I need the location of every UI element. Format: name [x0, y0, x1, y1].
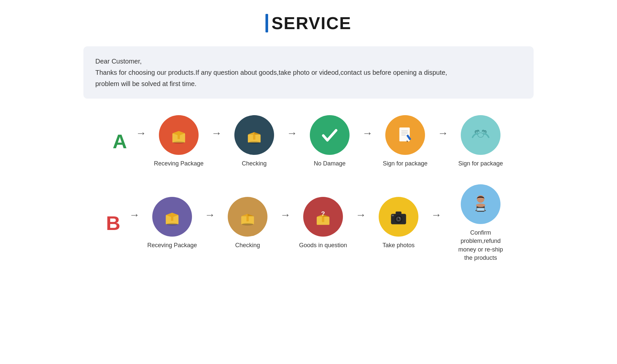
- svg-rect-7: [253, 134, 256, 140]
- label-b3: Goods in question: [299, 241, 347, 250]
- label-a4: Sign for package: [383, 159, 427, 168]
- flow-item-b3: ? Goods in question: [293, 197, 353, 250]
- arrow-b-3: →: [353, 209, 369, 221]
- svg-marker-5: [248, 132, 254, 134]
- svg-point-19: [166, 223, 178, 225]
- arrow-a-4: →: [435, 127, 451, 139]
- title-accent-bar: [265, 14, 268, 32]
- flow-row-b: B → Receving Package →: [60, 184, 557, 262]
- svg-point-40: [476, 204, 485, 207]
- icon-a4-sign: [385, 115, 425, 155]
- arrow-a-3: →: [359, 127, 375, 139]
- svg-marker-21: [241, 214, 248, 216]
- arrow-a-0: →: [133, 127, 149, 139]
- label-a5: Sign for package: [458, 159, 503, 168]
- icon-a1-receiving: [159, 115, 199, 155]
- notice-line2: Thanks for choosing our products.If any …: [95, 67, 522, 78]
- flow-item-a5: Sign for package: [451, 115, 510, 168]
- label-a1: Receving Package: [154, 159, 204, 168]
- flow-item-b1: Receving Package: [142, 197, 202, 250]
- svg-point-38: [477, 195, 485, 203]
- flow-item-a2: Checking: [224, 115, 284, 168]
- page-title-section: SERVICE: [265, 13, 351, 33]
- icon-b1-receiving: [152, 197, 192, 237]
- flow-row-a-section: A → Receving Package →: [60, 115, 557, 168]
- svg-point-35: [399, 217, 401, 219]
- svg-rect-2: [178, 133, 180, 139]
- flow-item-a3: No Damage: [300, 115, 359, 168]
- icon-b5-confirm: [461, 184, 500, 224]
- flow-item-b5: Confirm problem,refund money or re-ship …: [444, 184, 517, 262]
- svg-marker-22: [248, 214, 254, 216]
- page-title: SERVICE: [271, 13, 351, 33]
- svg-point-8: [249, 141, 260, 144]
- svg-rect-43: [477, 208, 484, 210]
- label-a2: Checking: [242, 159, 266, 168]
- arrow-b-0: →: [126, 209, 142, 221]
- icon-a5-handshake: [461, 115, 500, 155]
- svg-text:?: ?: [321, 210, 325, 217]
- row-b-label: B: [100, 212, 126, 235]
- arrow-a-2: →: [284, 127, 300, 139]
- label-b1: Receving Package: [147, 241, 197, 250]
- icon-b2-checking: [228, 197, 267, 237]
- label-b4: Take photos: [382, 241, 414, 250]
- svg-point-24: [242, 223, 254, 225]
- icon-a3-nodamage: [310, 115, 350, 155]
- svg-rect-23: [247, 216, 249, 221]
- label-a3: No Damage: [314, 159, 346, 168]
- svg-rect-28: [322, 217, 324, 222]
- svg-rect-36: [396, 211, 402, 214]
- flow-item-a4: Sign for package: [375, 115, 435, 168]
- flow-item-a1: Receving Package: [149, 115, 209, 168]
- svg-rect-37: [392, 215, 394, 216]
- icon-b4-camera: [379, 197, 418, 237]
- svg-marker-6: [254, 132, 261, 134]
- icon-a2-checking: [234, 115, 274, 155]
- arrow-b-1: →: [202, 209, 218, 221]
- row-a-label: A: [107, 130, 133, 153]
- arrow-a-1: →: [209, 127, 224, 139]
- icon-b3-question: ?: [303, 197, 343, 237]
- flow-item-b4: Take photos: [369, 197, 428, 250]
- svg-rect-18: [171, 215, 173, 221]
- flow-row-a: A → Receving Package →: [60, 115, 557, 168]
- notice-line3: problem will be solved at first time.: [95, 78, 522, 89]
- label-b5: Confirm problem,refund money or re-ship …: [454, 229, 507, 262]
- arrow-b-2: →: [277, 209, 293, 221]
- arrow-b-4: →: [428, 209, 444, 221]
- flow-item-b2: Checking: [218, 197, 277, 250]
- notice-box: Dear Customer, Thanks for choosing our p…: [83, 46, 534, 99]
- svg-rect-9: [400, 127, 410, 141]
- svg-point-3: [173, 141, 185, 144]
- flow-row-b-section: B → Receving Package →: [60, 184, 557, 262]
- label-b2: Checking: [235, 241, 260, 250]
- svg-point-15: [478, 133, 484, 137]
- notice-line1: Dear Customer,: [95, 56, 522, 67]
